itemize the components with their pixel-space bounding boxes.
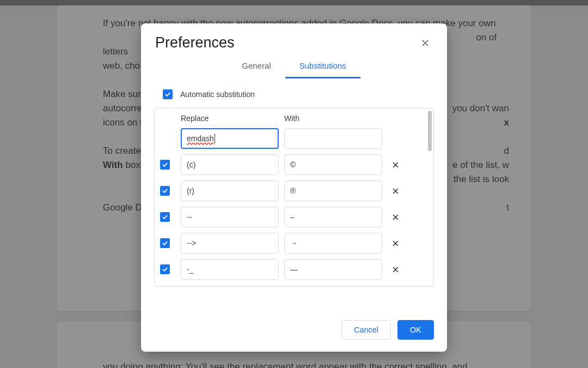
replace-input[interactable]: emdash xyxy=(187,134,214,143)
replace-input[interactable] xyxy=(181,233,279,254)
delete-row-button[interactable] xyxy=(389,263,402,276)
replace-input[interactable] xyxy=(181,207,279,227)
with-input[interactable] xyxy=(284,128,382,149)
check-icon xyxy=(164,91,171,98)
replace-input[interactable] xyxy=(181,180,279,201)
delete-row-button[interactable] xyxy=(389,158,402,171)
substitution-row xyxy=(181,154,418,175)
with-input[interactable] xyxy=(284,180,382,201)
substitution-row xyxy=(181,207,418,227)
close-icon xyxy=(392,266,399,273)
cancel-button[interactable]: Cancel xyxy=(341,320,391,340)
substitution-table: Replace With emdash xyxy=(154,108,434,287)
close-icon xyxy=(420,38,430,48)
window-chrome-strip xyxy=(0,0,588,5)
column-header-replace: Replace xyxy=(181,114,279,123)
close-icon xyxy=(392,240,399,247)
close-button[interactable] xyxy=(418,35,433,51)
text-caret xyxy=(215,134,215,143)
auto-substitution-label: Automatic substitution xyxy=(180,90,255,99)
with-input[interactable] xyxy=(284,154,382,175)
check-icon xyxy=(161,239,169,247)
check-icon xyxy=(161,187,169,195)
check-icon xyxy=(161,161,169,168)
close-icon xyxy=(392,214,399,221)
scrollbar-thumb[interactable] xyxy=(428,111,432,151)
column-header-with: With xyxy=(284,114,382,123)
row-checkbox[interactable] xyxy=(160,212,170,222)
delete-row-button[interactable] xyxy=(389,184,402,197)
tab-substitutions[interactable]: Substitutions xyxy=(285,56,360,79)
substitution-row xyxy=(181,180,418,201)
preferences-dialog: Preferences General Substitutions Automa… xyxy=(141,23,447,352)
delete-row-button[interactable] xyxy=(389,210,402,224)
tabs: General Substitutions xyxy=(141,56,447,79)
close-icon xyxy=(392,188,399,195)
ok-button[interactable]: OK xyxy=(397,320,434,340)
check-icon xyxy=(161,213,169,221)
substitution-entry-row: emdash xyxy=(181,128,418,149)
with-input[interactable] xyxy=(284,207,382,227)
substitution-row xyxy=(181,259,418,280)
dialog-title: Preferences xyxy=(155,34,235,51)
check-icon xyxy=(161,266,169,273)
with-input[interactable] xyxy=(284,259,382,280)
replace-input[interactable] xyxy=(181,154,279,175)
row-checkbox[interactable] xyxy=(160,238,170,248)
row-checkbox[interactable] xyxy=(160,186,170,196)
row-checkbox[interactable] xyxy=(160,264,170,274)
close-icon xyxy=(392,161,399,168)
replace-input[interactable] xyxy=(181,259,279,280)
auto-substitution-checkbox[interactable] xyxy=(163,89,173,99)
tab-general[interactable]: General xyxy=(228,56,285,79)
with-input[interactable] xyxy=(284,233,382,254)
substitution-row xyxy=(181,233,418,254)
delete-row-button[interactable] xyxy=(389,237,402,250)
row-checkbox[interactable] xyxy=(160,160,170,170)
